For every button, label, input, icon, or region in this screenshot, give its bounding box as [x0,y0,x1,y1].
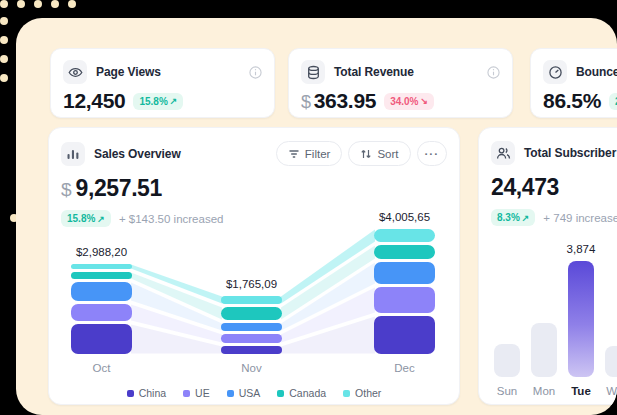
sales-overview-card: Sales Overview Filter Sort [48,127,460,405]
bar-total-label: $1,765,09 [226,278,277,290]
delta-text: + $143.50 increased [119,213,224,225]
stat-card-total-revenue: Total Revenue $363.95 34.0%↘ [288,48,513,118]
flow-ribbon [281,288,375,343]
bar-segment-usa-dec[interactable] [374,262,435,284]
bar-segment-ue-dec[interactable] [374,287,435,313]
legend-item-canada: Canada [277,387,326,399]
legend-item-usa: USA [227,387,261,399]
legend-item-other: Other [343,387,381,399]
flow-ribbon [281,246,375,320]
flow-ribbon [131,305,222,343]
bar-value-label: 3,874 [567,243,596,255]
sort-icon [360,148,372,160]
subscriber-bar-sun[interactable] [494,344,520,377]
flow-ribbon [131,273,222,320]
bar-segment-canada-oct[interactable] [71,272,132,279]
trend-up-icon: ↗ [97,214,105,224]
chart-legend: ChinaUEUSACanadaOther [49,387,459,399]
legend-label: USA [239,387,261,399]
trend-badge: 15.8%↗ [133,93,183,110]
total-subscriber-card: Total Subscriber 24,473 8.3%↗ + 749 incr… [478,127,617,405]
x-axis-label: Mon [533,385,555,397]
more-icon: ··· [425,148,440,160]
legend-swatch [343,390,350,397]
x-axis-label: Dec [394,362,414,374]
stat-card-bounce-rate: Bounce Rate 86.5% 24 [530,48,617,118]
legend-item-ue: UE [183,387,210,399]
bar-chart-icon [61,142,85,166]
stat-title: Bounce Rate [576,65,617,79]
legend-label: UE [195,387,210,399]
flow-ribbon [131,283,222,331]
subscriber-bar-wed[interactable] [605,346,617,377]
bar-segment-china-oct[interactable] [71,324,132,354]
filter-icon [288,148,300,160]
trend-badge: 8.3%↗ [491,209,535,226]
legend-swatch [127,390,134,397]
stat-card-page-views: Page Views 12,450 15.8%↗ [50,48,275,118]
bar-segment-ue-nov[interactable] [221,334,282,343]
legend-swatch [227,390,234,397]
dashboard-screenshot: Page Views 12,450 15.8%↗ [0,0,617,415]
x-axis-label: Sun [497,385,517,397]
eye-icon [63,60,87,84]
trend-badge: 34.0%↘ [384,93,434,110]
users-icon [491,141,515,165]
trend-up-icon: ↗ [170,96,178,106]
x-axis-label: Wed [606,385,617,397]
stat-value: 86.5% [543,89,601,113]
flow-ribbon [131,265,222,304]
bar-segment-ue-oct[interactable] [71,304,132,321]
stat-value: $363.95 [301,89,376,113]
x-axis-label: Oct [93,362,111,374]
info-icon[interactable] [249,66,262,79]
legend-label: Other [355,387,381,399]
card-title: Total Subscriber [524,146,616,160]
bar-segment-china-dec[interactable] [374,316,435,354]
coins-icon [301,60,325,84]
filter-button[interactable]: Filter [276,141,343,166]
x-axis-label: Nov [241,362,261,374]
flow-ribbon [281,317,375,354]
delta-text: + 749 increased [543,212,617,224]
bar-segment-other-nov[interactable] [221,296,282,304]
bar-segment-china-nov[interactable] [221,346,282,354]
subscriber-bar-tue[interactable] [568,261,594,377]
sales-total-value: 9,257.51 [76,175,162,202]
bar-segment-canada-dec[interactable] [374,245,435,259]
stat-title: Total Revenue [334,65,414,79]
bar-total-label: $2,988,20 [76,246,127,258]
subscriber-bar-mon[interactable] [531,323,557,377]
trend-badge: 24 [609,93,617,110]
gauge-icon [543,60,567,84]
card-title: Sales Overview [94,147,181,161]
flow-ribbon [281,230,375,304]
x-axis-label: Tue [571,385,591,397]
trend-up-icon: ↗ [522,213,530,223]
legend-label: Canada [289,387,326,399]
flow-ribbon [281,263,375,331]
bar-segment-other-oct[interactable] [71,264,132,269]
info-icon[interactable] [487,66,500,79]
legend-swatch [277,390,284,397]
bar-segment-usa-oct[interactable] [71,282,132,301]
bar-segment-other-dec[interactable] [374,229,435,242]
trend-down-icon: ↘ [421,96,429,106]
legend-label: China [139,387,166,399]
flow-ribbon [131,325,222,354]
sort-button[interactable]: Sort [348,141,410,166]
dashboard-panel: Page Views 12,450 15.8%↗ [16,18,617,415]
stat-value: 12,450 [63,89,125,113]
currency-symbol: $ [301,92,311,112]
subscriber-total-value: 24,473 [491,174,559,201]
stat-title: Page Views [96,65,161,79]
currency-symbol: $ [61,179,72,201]
legend-swatch [183,390,190,397]
bar-segment-usa-nov[interactable] [221,323,282,331]
legend-item-china: China [127,387,166,399]
trend-badge: 15.8%↗ [61,210,111,227]
more-button[interactable]: ··· [417,141,448,166]
bar-segment-canada-nov[interactable] [221,307,282,320]
